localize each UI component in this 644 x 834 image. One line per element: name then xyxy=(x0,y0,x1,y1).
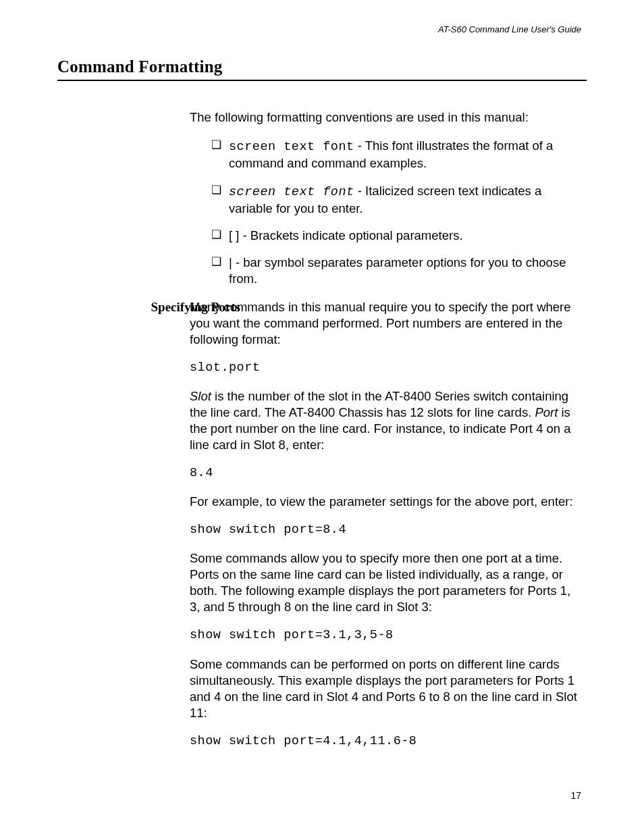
paragraph: Slot is the number of the slot in the AT… xyxy=(190,388,581,453)
list-item: screen text font - Italicized screen tex… xyxy=(190,183,581,217)
code-line: show switch port=3.1,3,5-8 xyxy=(190,627,581,644)
code-line: show switch port=8.4 xyxy=(190,522,581,538)
side-heading-specifying-ports: Specifying Ports xyxy=(115,299,240,316)
list-item-text: | - bar symbol separates parameter optio… xyxy=(229,255,566,286)
list-item-text: [ ] - Brackets indicate optional paramet… xyxy=(229,228,463,242)
code-line: 8.4 xyxy=(190,465,581,481)
paragraph: Some commands allow you to specify more … xyxy=(190,550,581,615)
page: AT-S60 Command Line User's Guide Command… xyxy=(0,0,644,834)
emphasis-port: Port xyxy=(535,405,558,419)
convention-list: screen text font - This font illustrates… xyxy=(190,138,581,286)
emphasis-slot: Slot xyxy=(190,389,211,403)
page-title: Command Formatting xyxy=(57,56,587,78)
code-text: screen text font xyxy=(229,140,354,154)
list-item: screen text font - This font illustrates… xyxy=(190,138,581,172)
specifying-ports-section: Specifying Ports Many commands in this m… xyxy=(57,299,587,750)
paragraph: Many commands in this manual require you… xyxy=(190,299,581,348)
list-item: [ ] - Brackets indicate optional paramet… xyxy=(190,228,581,244)
intro-paragraph: The following formatting conventions are… xyxy=(190,109,581,126)
paragraph: Some commands can be performed on ports … xyxy=(190,656,581,721)
body-column: The following formatting conventions are… xyxy=(190,109,581,286)
text-run: is the number of the slot in the AT-8400… xyxy=(190,389,568,419)
body-column: Many commands in this manual require you… xyxy=(190,299,581,750)
page-number: 17 xyxy=(570,789,581,802)
code-line: slot.port xyxy=(190,360,581,376)
title-row: Command Formatting xyxy=(57,56,587,82)
paragraph: For example, to view the parameter setti… xyxy=(190,494,581,510)
code-line: show switch port=4.1,4,11.6-8 xyxy=(190,733,581,750)
running-head: AT-S60 Command Line User's Guide xyxy=(57,24,581,36)
code-text-italic: screen text font xyxy=(229,185,354,199)
list-item: | - bar symbol separates parameter optio… xyxy=(190,255,581,287)
